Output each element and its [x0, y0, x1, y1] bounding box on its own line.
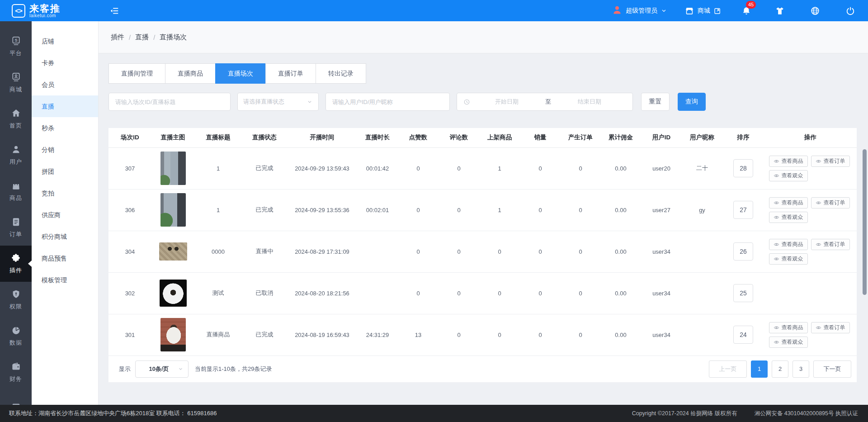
user-menu[interactable]: 超级管理员	[612, 5, 667, 17]
eye-icon	[774, 242, 779, 247]
sidebar-item[interactable]: 插件	[0, 246, 32, 282]
cell-duration: 24:31:29	[357, 314, 398, 356]
submenu-item-label: 秒杀	[42, 124, 54, 132]
submenu-item[interactable]: 商品预售	[32, 247, 98, 269]
tab[interactable]: 转出记录	[316, 63, 366, 84]
sidebar-item[interactable]: 平台	[0, 28, 32, 65]
reset-button[interactable]: 重置	[641, 93, 670, 111]
tab[interactable]: 直播场次	[215, 63, 266, 84]
prev-page-button[interactable]: 上一页	[709, 360, 747, 378]
mall-icon	[11, 72, 21, 82]
submenu-item[interactable]: 直播	[32, 95, 98, 117]
page-size-select[interactable]: 10条/页	[135, 360, 189, 378]
start-date-placeholder: 开始日期	[470, 98, 543, 106]
sort-input[interactable]	[733, 284, 753, 302]
view-action-button[interactable]: 查看观众	[769, 253, 808, 265]
eye-icon	[774, 200, 779, 206]
sort-input[interactable]	[733, 201, 753, 219]
submenu-item[interactable]: 拼团	[32, 161, 98, 182]
sort-input[interactable]	[733, 242, 753, 261]
cell-products: 1	[479, 189, 520, 231]
breadcrumb-item[interactable]: 直播	[135, 33, 149, 42]
view-action-button[interactable]: 查看观众	[769, 212, 808, 223]
mall-link[interactable]: 商城	[684, 6, 722, 16]
submenu-item[interactable]: 积分商城	[32, 226, 98, 247]
tab[interactable]: 直播间管理	[108, 63, 165, 84]
user-keyword-input[interactable]	[326, 93, 450, 111]
action-label: 查看商品	[782, 157, 803, 165]
cell-comments: 0	[439, 314, 479, 356]
vertical-scrollbar-thumb[interactable]	[863, 149, 867, 295]
tshirt-icon	[775, 6, 785, 16]
cell-commission: 0.00	[600, 314, 641, 356]
sort-input[interactable]	[733, 326, 753, 344]
view-action-button[interactable]: 查看观众	[769, 170, 808, 181]
cell-sort	[722, 231, 764, 272]
top-header: <> 来客推 laiketui.com 超级管理员 商城 45	[0, 0, 868, 21]
eye-icon	[816, 242, 821, 247]
search-button[interactable]: 查询	[678, 93, 706, 111]
page-size-label: 显示	[119, 365, 131, 373]
submenu-item[interactable]: 卡券	[32, 52, 98, 74]
next-page-button[interactable]: 下一页	[813, 360, 851, 378]
tab[interactable]: 直播商品	[165, 63, 216, 84]
sidebar-collapse-button[interactable]	[109, 6, 119, 16]
tab[interactable]: 直播订单	[265, 63, 316, 84]
submenu-item[interactable]: 秒杀	[32, 117, 98, 139]
submenu-item[interactable]: 竞拍	[32, 182, 98, 204]
cell-sales: 0	[520, 147, 561, 189]
page-number-button[interactable]: 2	[772, 360, 788, 378]
view-action-button[interactable]: 查看订单	[811, 239, 850, 250]
cell-nickname	[682, 272, 722, 314]
col-orders: 产生订单	[561, 128, 600, 147]
page-number-button[interactable]: 1	[751, 360, 768, 378]
theme-button[interactable]	[775, 6, 785, 16]
logout-button[interactable]	[845, 6, 855, 16]
sidebar-item[interactable]: 用户	[0, 137, 32, 173]
table-row: 307 1 已完成 2024-09-29 13:59:43 00:01:42 0…	[108, 147, 857, 189]
notifications-button[interactable]: 45	[741, 6, 751, 16]
action-label: 查看观众	[782, 213, 803, 221]
view-action-button[interactable]: 查看观众	[769, 337, 808, 348]
sidebar-item[interactable]: 财务	[0, 354, 32, 390]
submenu-item[interactable]: 供应商	[32, 204, 98, 226]
submenu-item[interactable]: 会员	[32, 74, 98, 95]
submenu-item-label: 模板管理	[42, 276, 67, 284]
view-action-button[interactable]: 查看商品	[769, 156, 808, 167]
view-action-button[interactable]: 查看商品	[769, 239, 808, 250]
sidebar-item[interactable]: 数据	[0, 318, 32, 354]
submenu-item[interactable]: 分销	[32, 139, 98, 161]
sidebar-item[interactable]: 商品	[0, 173, 32, 209]
submenu-item[interactable]: 店铺	[32, 30, 98, 52]
platform-icon	[11, 36, 21, 46]
view-action-button[interactable]: 查看商品	[769, 197, 808, 209]
view-action-button[interactable]: 查看订单	[811, 156, 850, 167]
plugin-submenu: 店铺 卡券 会员 直播 秒杀 分销 拼团 竞拍 供应商 积分商城 商品预售 模板…	[32, 21, 99, 405]
cell-sort	[722, 272, 764, 314]
cell-nickname: 二十	[682, 147, 722, 189]
date-range-picker[interactable]: 开始日期 至 结束日期	[457, 93, 633, 111]
col-actions: 操作	[764, 128, 857, 147]
session-keyword-input[interactable]	[108, 93, 231, 111]
page-number-button[interactable]: 3	[793, 360, 809, 378]
breadcrumb: 插件 / 直播 / 直播场次	[99, 21, 868, 53]
sort-input[interactable]	[733, 159, 753, 177]
cell-nickname	[682, 314, 722, 356]
app-logo[interactable]: <> 来客推 laiketui.com	[0, 4, 90, 18]
cell-duration: 00:02:01	[357, 189, 398, 231]
breadcrumb-item[interactable]: 插件	[111, 33, 124, 42]
main-sidebar: 平台 商城 首页 用户 商品 订单 插件 权限 数据	[0, 21, 32, 405]
view-action-button[interactable]: 查看订单	[811, 322, 850, 333]
sidebar-item[interactable]: 订单	[0, 209, 32, 246]
tab-label: 直播商品	[178, 70, 203, 77]
view-action-button[interactable]: 查看商品	[769, 322, 808, 333]
language-button[interactable]	[810, 6, 820, 16]
live-status-select[interactable]: 请选择直播状态	[237, 93, 319, 111]
sidebar-item[interactable]: 首页	[0, 101, 32, 137]
sidebar-item[interactable]: 权限	[0, 282, 32, 318]
submenu-item[interactable]: 模板管理	[32, 269, 98, 291]
row-actions: 查看商品 查看订单 查看观众	[765, 239, 856, 265]
view-action-button[interactable]: 查看订单	[811, 197, 850, 209]
sidebar-item[interactable]: 商城	[0, 65, 32, 101]
eye-icon	[774, 256, 779, 262]
